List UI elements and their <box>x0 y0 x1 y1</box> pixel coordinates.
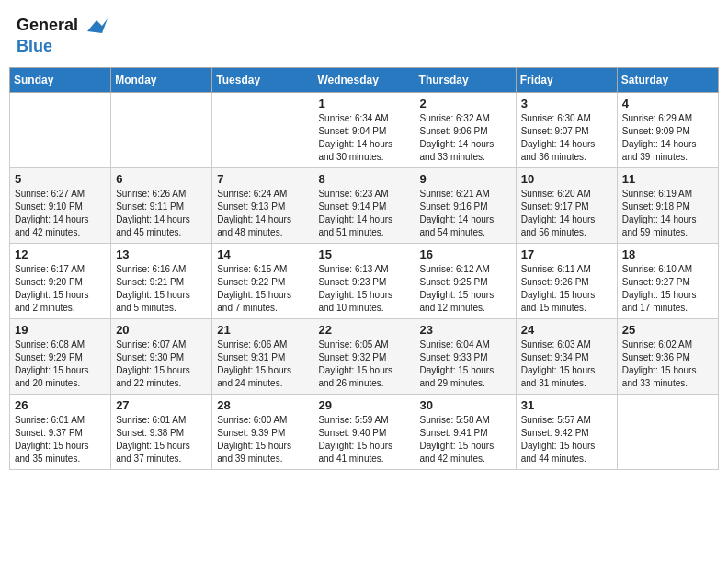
day-info: Sunrise: 6:03 AM Sunset: 9:34 PM Dayligh… <box>521 339 612 390</box>
calendar-cell: 8Sunrise: 6:23 AM Sunset: 9:14 PM Daylig… <box>313 168 415 244</box>
day-number: 22 <box>318 323 409 337</box>
calendar-table: SundayMondayTuesdayWednesdayThursdayFrid… <box>9 67 719 470</box>
calendar-cell: 14Sunrise: 6:15 AM Sunset: 9:22 PM Dayli… <box>212 244 313 319</box>
day-number: 20 <box>116 323 207 337</box>
calendar-cell: 5Sunrise: 6:27 AM Sunset: 9:10 PM Daylig… <box>10 168 111 244</box>
day-number: 17 <box>521 247 612 261</box>
day-number: 27 <box>116 398 207 412</box>
day-number: 4 <box>622 97 713 110</box>
day-number: 16 <box>420 247 511 261</box>
calendar-cell: 3Sunrise: 6:30 AM Sunset: 9:07 PM Daylig… <box>516 93 617 168</box>
day-info: Sunrise: 6:29 AM Sunset: 9:09 PM Dayligh… <box>622 112 713 164</box>
calendar-cell <box>111 93 212 168</box>
day-number: 29 <box>318 398 409 412</box>
calendar-cell: 23Sunrise: 6:04 AM Sunset: 9:33 PM Dayli… <box>415 319 516 395</box>
weekday-header-sunday: Sunday <box>10 68 111 93</box>
day-number: 14 <box>217 247 308 261</box>
day-number: 28 <box>217 398 308 412</box>
calendar-cell: 10Sunrise: 6:20 AM Sunset: 9:17 PM Dayli… <box>516 168 617 244</box>
day-info: Sunrise: 6:05 AM Sunset: 9:32 PM Dayligh… <box>318 339 409 390</box>
calendar-cell: 20Sunrise: 6:07 AM Sunset: 9:30 PM Dayli… <box>111 319 212 395</box>
calendar-cell: 6Sunrise: 6:26 AM Sunset: 9:11 PM Daylig… <box>111 168 212 244</box>
calendar-cell: 25Sunrise: 6:02 AM Sunset: 9:36 PM Dayli… <box>617 319 718 395</box>
calendar-cell: 29Sunrise: 5:59 AM Sunset: 9:40 PM Dayli… <box>313 395 415 470</box>
calendar-cell: 15Sunrise: 6:13 AM Sunset: 9:23 PM Dayli… <box>313 244 415 319</box>
calendar-cell: 30Sunrise: 5:58 AM Sunset: 9:41 PM Dayli… <box>415 395 516 470</box>
day-info: Sunrise: 6:30 AM Sunset: 9:07 PM Dayligh… <box>521 112 612 164</box>
calendar-cell: 24Sunrise: 6:03 AM Sunset: 9:34 PM Dayli… <box>516 319 617 395</box>
calendar-cell: 21Sunrise: 6:06 AM Sunset: 9:31 PM Dayli… <box>212 319 313 395</box>
day-number: 11 <box>622 172 713 186</box>
day-info: Sunrise: 5:57 AM Sunset: 9:42 PM Dayligh… <box>521 414 612 465</box>
day-info: Sunrise: 6:20 AM Sunset: 9:17 PM Dayligh… <box>521 188 612 239</box>
page-header: General Blue <box>9 9 719 60</box>
day-info: Sunrise: 6:11 AM Sunset: 9:26 PM Dayligh… <box>521 263 612 315</box>
calendar-cell: 31Sunrise: 5:57 AM Sunset: 9:42 PM Dayli… <box>516 395 617 470</box>
calendar-cell: 19Sunrise: 6:08 AM Sunset: 9:29 PM Dayli… <box>10 319 111 395</box>
day-info: Sunrise: 6:07 AM Sunset: 9:30 PM Dayligh… <box>116 339 207 390</box>
day-info: Sunrise: 6:23 AM Sunset: 9:14 PM Dayligh… <box>318 188 409 239</box>
day-info: Sunrise: 6:01 AM Sunset: 9:38 PM Dayligh… <box>116 414 207 465</box>
day-number: 30 <box>420 398 511 412</box>
calendar-cell: 2Sunrise: 6:32 AM Sunset: 9:06 PM Daylig… <box>415 93 516 168</box>
day-info: Sunrise: 6:04 AM Sunset: 9:33 PM Dayligh… <box>420 339 511 390</box>
day-info: Sunrise: 6:26 AM Sunset: 9:11 PM Dayligh… <box>116 188 207 239</box>
calendar-cell <box>212 93 313 168</box>
calendar-cell: 22Sunrise: 6:05 AM Sunset: 9:32 PM Dayli… <box>313 319 415 395</box>
calendar-cell: 1Sunrise: 6:34 AM Sunset: 9:04 PM Daylig… <box>313 93 415 168</box>
calendar-header-row: SundayMondayTuesdayWednesdayThursdayFrid… <box>10 68 719 93</box>
day-number: 23 <box>420 323 511 337</box>
calendar-cell <box>10 93 111 168</box>
day-info: Sunrise: 6:06 AM Sunset: 9:31 PM Dayligh… <box>217 339 308 390</box>
calendar-cell: 4Sunrise: 6:29 AM Sunset: 9:09 PM Daylig… <box>617 93 718 168</box>
day-info: Sunrise: 6:24 AM Sunset: 9:13 PM Dayligh… <box>217 188 308 239</box>
calendar-cell: 11Sunrise: 6:19 AM Sunset: 9:18 PM Dayli… <box>617 168 718 244</box>
day-number: 21 <box>217 323 308 337</box>
day-info: Sunrise: 6:13 AM Sunset: 9:23 PM Dayligh… <box>318 263 409 315</box>
day-number: 2 <box>420 97 511 110</box>
day-number: 19 <box>15 323 106 337</box>
calendar-body: 1Sunrise: 6:34 AM Sunset: 9:04 PM Daylig… <box>10 93 719 470</box>
day-number: 7 <box>217 172 308 186</box>
calendar-cell <box>617 395 718 470</box>
weekday-header-friday: Friday <box>516 68 617 93</box>
calendar-cell: 16Sunrise: 6:12 AM Sunset: 9:25 PM Dayli… <box>415 244 516 319</box>
day-number: 31 <box>521 398 612 412</box>
day-info: Sunrise: 6:15 AM Sunset: 9:22 PM Dayligh… <box>217 263 308 315</box>
day-number: 15 <box>318 247 409 261</box>
logo-blue: Blue <box>17 37 109 56</box>
day-number: 9 <box>420 172 511 186</box>
calendar-cell: 26Sunrise: 6:01 AM Sunset: 9:37 PM Dayli… <box>10 395 111 470</box>
day-info: Sunrise: 6:34 AM Sunset: 9:04 PM Dayligh… <box>318 112 409 164</box>
day-info: Sunrise: 5:59 AM Sunset: 9:40 PM Dayligh… <box>318 414 409 465</box>
day-number: 26 <box>15 398 106 412</box>
logo-general: General <box>17 16 78 34</box>
calendar-cell: 13Sunrise: 6:16 AM Sunset: 9:21 PM Dayli… <box>111 244 212 319</box>
day-number: 12 <box>15 247 106 261</box>
calendar-cell: 17Sunrise: 6:11 AM Sunset: 9:26 PM Dayli… <box>516 244 617 319</box>
calendar-cell: 7Sunrise: 6:24 AM Sunset: 9:13 PM Daylig… <box>212 168 313 244</box>
calendar-cell: 27Sunrise: 6:01 AM Sunset: 9:38 PM Dayli… <box>111 395 212 470</box>
day-number: 10 <box>521 172 612 186</box>
day-info: Sunrise: 5:58 AM Sunset: 9:41 PM Dayligh… <box>420 414 511 465</box>
calendar-cell: 12Sunrise: 6:17 AM Sunset: 9:20 PM Dayli… <box>10 244 111 319</box>
day-info: Sunrise: 6:27 AM Sunset: 9:10 PM Dayligh… <box>15 188 106 239</box>
day-number: 13 <box>116 247 207 261</box>
logo-bird-icon <box>84 13 109 39</box>
calendar-cell: 18Sunrise: 6:10 AM Sunset: 9:27 PM Dayli… <box>617 244 718 319</box>
weekday-header-saturday: Saturday <box>617 68 718 93</box>
calendar-cell: 28Sunrise: 6:00 AM Sunset: 9:39 PM Dayli… <box>212 395 313 470</box>
day-info: Sunrise: 6:01 AM Sunset: 9:37 PM Dayligh… <box>15 414 106 465</box>
day-info: Sunrise: 6:19 AM Sunset: 9:18 PM Dayligh… <box>622 188 713 239</box>
day-info: Sunrise: 6:00 AM Sunset: 9:39 PM Dayligh… <box>217 414 308 465</box>
weekday-header-thursday: Thursday <box>415 68 516 93</box>
day-number: 5 <box>15 172 106 186</box>
day-number: 18 <box>622 247 713 261</box>
day-info: Sunrise: 6:21 AM Sunset: 9:16 PM Dayligh… <box>420 188 511 239</box>
day-number: 8 <box>318 172 409 186</box>
weekday-header-wednesday: Wednesday <box>313 68 415 93</box>
weekday-header-tuesday: Tuesday <box>212 68 313 93</box>
day-info: Sunrise: 6:10 AM Sunset: 9:27 PM Dayligh… <box>622 263 713 315</box>
day-info: Sunrise: 6:32 AM Sunset: 9:06 PM Dayligh… <box>420 112 511 164</box>
day-info: Sunrise: 6:12 AM Sunset: 9:25 PM Dayligh… <box>420 263 511 315</box>
